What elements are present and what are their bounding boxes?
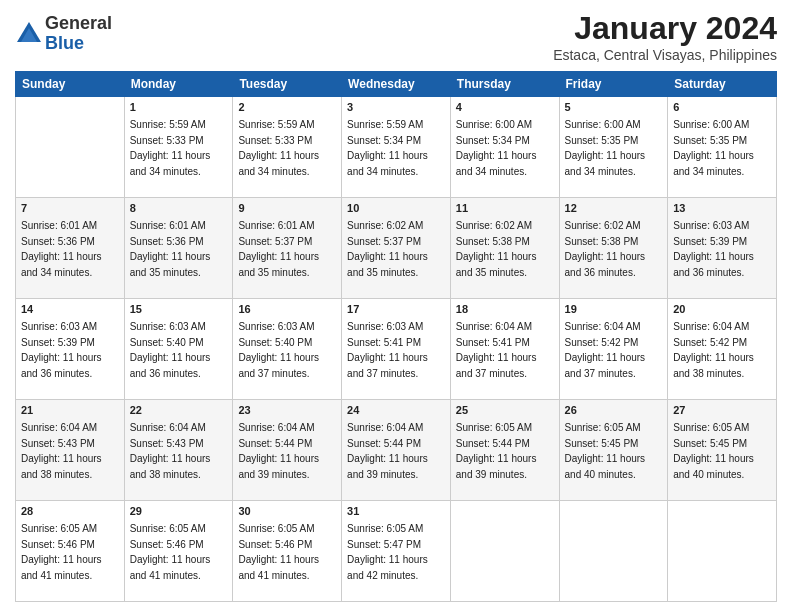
day-info: Sunrise: 6:04 AM Sunset: 5:44 PM Dayligh… — [347, 422, 428, 480]
day-info: Sunrise: 6:01 AM Sunset: 5:36 PM Dayligh… — [21, 220, 102, 278]
header-day-thursday: Thursday — [450, 72, 559, 97]
logo-blue: Blue — [45, 34, 112, 54]
cell-3-2: 15Sunrise: 6:03 AM Sunset: 5:40 PM Dayli… — [124, 299, 233, 400]
day-number: 31 — [347, 504, 445, 519]
day-number: 5 — [565, 100, 663, 115]
logo: General Blue — [15, 14, 112, 54]
page: General Blue January 2024 Estaca, Centra… — [0, 0, 792, 612]
day-number: 9 — [238, 201, 336, 216]
header-row: SundayMondayTuesdayWednesdayThursdayFrid… — [16, 72, 777, 97]
day-info: Sunrise: 6:02 AM Sunset: 5:38 PM Dayligh… — [456, 220, 537, 278]
day-info: Sunrise: 6:04 AM Sunset: 5:43 PM Dayligh… — [130, 422, 211, 480]
cell-3-4: 17Sunrise: 6:03 AM Sunset: 5:41 PM Dayli… — [342, 299, 451, 400]
cell-3-7: 20Sunrise: 6:04 AM Sunset: 5:42 PM Dayli… — [668, 299, 777, 400]
day-number: 17 — [347, 302, 445, 317]
day-number: 30 — [238, 504, 336, 519]
header-day-friday: Friday — [559, 72, 668, 97]
day-number: 1 — [130, 100, 228, 115]
cell-2-5: 11Sunrise: 6:02 AM Sunset: 5:38 PM Dayli… — [450, 198, 559, 299]
day-info: Sunrise: 6:02 AM Sunset: 5:37 PM Dayligh… — [347, 220, 428, 278]
header-day-wednesday: Wednesday — [342, 72, 451, 97]
day-info: Sunrise: 6:00 AM Sunset: 5:35 PM Dayligh… — [673, 119, 754, 177]
day-info: Sunrise: 6:03 AM Sunset: 5:40 PM Dayligh… — [238, 321, 319, 379]
week-row-5: 28Sunrise: 6:05 AM Sunset: 5:46 PM Dayli… — [16, 501, 777, 602]
day-info: Sunrise: 6:02 AM Sunset: 5:38 PM Dayligh… — [565, 220, 646, 278]
week-row-1: 1Sunrise: 5:59 AM Sunset: 5:33 PM Daylig… — [16, 97, 777, 198]
day-info: Sunrise: 6:05 AM Sunset: 5:45 PM Dayligh… — [565, 422, 646, 480]
subtitle: Estaca, Central Visayas, Philippines — [553, 47, 777, 63]
cell-2-1: 7Sunrise: 6:01 AM Sunset: 5:36 PM Daylig… — [16, 198, 125, 299]
day-number: 11 — [456, 201, 554, 216]
cell-5-3: 30Sunrise: 6:05 AM Sunset: 5:46 PM Dayli… — [233, 501, 342, 602]
cell-1-7: 6Sunrise: 6:00 AM Sunset: 5:35 PM Daylig… — [668, 97, 777, 198]
day-info: Sunrise: 6:04 AM Sunset: 5:43 PM Dayligh… — [21, 422, 102, 480]
day-number: 8 — [130, 201, 228, 216]
cell-2-2: 8Sunrise: 6:01 AM Sunset: 5:36 PM Daylig… — [124, 198, 233, 299]
cell-5-1: 28Sunrise: 6:05 AM Sunset: 5:46 PM Dayli… — [16, 501, 125, 602]
cell-4-4: 24Sunrise: 6:04 AM Sunset: 5:44 PM Dayli… — [342, 400, 451, 501]
cell-3-6: 19Sunrise: 6:04 AM Sunset: 5:42 PM Dayli… — [559, 299, 668, 400]
week-row-4: 21Sunrise: 6:04 AM Sunset: 5:43 PM Dayli… — [16, 400, 777, 501]
day-number: 29 — [130, 504, 228, 519]
cell-1-3: 2Sunrise: 5:59 AM Sunset: 5:33 PM Daylig… — [233, 97, 342, 198]
day-number: 13 — [673, 201, 771, 216]
day-info: Sunrise: 6:05 AM Sunset: 5:47 PM Dayligh… — [347, 523, 428, 581]
logo-icon — [15, 20, 43, 48]
cell-1-4: 3Sunrise: 5:59 AM Sunset: 5:34 PM Daylig… — [342, 97, 451, 198]
cell-5-6 — [559, 501, 668, 602]
day-number: 23 — [238, 403, 336, 418]
day-number: 24 — [347, 403, 445, 418]
day-info: Sunrise: 6:04 AM Sunset: 5:44 PM Dayligh… — [238, 422, 319, 480]
cell-3-1: 14Sunrise: 6:03 AM Sunset: 5:39 PM Dayli… — [16, 299, 125, 400]
day-number: 2 — [238, 100, 336, 115]
day-number: 6 — [673, 100, 771, 115]
cell-4-1: 21Sunrise: 6:04 AM Sunset: 5:43 PM Dayli… — [16, 400, 125, 501]
cell-5-2: 29Sunrise: 6:05 AM Sunset: 5:46 PM Dayli… — [124, 501, 233, 602]
day-info: Sunrise: 6:05 AM Sunset: 5:45 PM Dayligh… — [673, 422, 754, 480]
logo-general: General — [45, 14, 112, 34]
cell-4-5: 25Sunrise: 6:05 AM Sunset: 5:44 PM Dayli… — [450, 400, 559, 501]
day-info: Sunrise: 6:03 AM Sunset: 5:41 PM Dayligh… — [347, 321, 428, 379]
cell-2-4: 10Sunrise: 6:02 AM Sunset: 5:37 PM Dayli… — [342, 198, 451, 299]
day-number: 10 — [347, 201, 445, 216]
calendar-table: SundayMondayTuesdayWednesdayThursdayFrid… — [15, 71, 777, 602]
day-info: Sunrise: 6:00 AM Sunset: 5:35 PM Dayligh… — [565, 119, 646, 177]
cell-4-7: 27Sunrise: 6:05 AM Sunset: 5:45 PM Dayli… — [668, 400, 777, 501]
day-info: Sunrise: 6:03 AM Sunset: 5:39 PM Dayligh… — [673, 220, 754, 278]
cell-1-5: 4Sunrise: 6:00 AM Sunset: 5:34 PM Daylig… — [450, 97, 559, 198]
day-number: 26 — [565, 403, 663, 418]
day-number: 20 — [673, 302, 771, 317]
cell-3-3: 16Sunrise: 6:03 AM Sunset: 5:40 PM Dayli… — [233, 299, 342, 400]
header-day-tuesday: Tuesday — [233, 72, 342, 97]
day-info: Sunrise: 6:03 AM Sunset: 5:40 PM Dayligh… — [130, 321, 211, 379]
day-info: Sunrise: 6:04 AM Sunset: 5:41 PM Dayligh… — [456, 321, 537, 379]
day-number: 21 — [21, 403, 119, 418]
day-info: Sunrise: 6:05 AM Sunset: 5:44 PM Dayligh… — [456, 422, 537, 480]
cell-3-5: 18Sunrise: 6:04 AM Sunset: 5:41 PM Dayli… — [450, 299, 559, 400]
cell-1-1 — [16, 97, 125, 198]
cell-5-4: 31Sunrise: 6:05 AM Sunset: 5:47 PM Dayli… — [342, 501, 451, 602]
day-number: 16 — [238, 302, 336, 317]
day-info: Sunrise: 5:59 AM Sunset: 5:33 PM Dayligh… — [238, 119, 319, 177]
day-number: 25 — [456, 403, 554, 418]
cell-2-3: 9Sunrise: 6:01 AM Sunset: 5:37 PM Daylig… — [233, 198, 342, 299]
week-row-2: 7Sunrise: 6:01 AM Sunset: 5:36 PM Daylig… — [16, 198, 777, 299]
week-row-3: 14Sunrise: 6:03 AM Sunset: 5:39 PM Dayli… — [16, 299, 777, 400]
day-info: Sunrise: 6:01 AM Sunset: 5:36 PM Dayligh… — [130, 220, 211, 278]
day-number: 12 — [565, 201, 663, 216]
day-number: 19 — [565, 302, 663, 317]
day-info: Sunrise: 6:05 AM Sunset: 5:46 PM Dayligh… — [238, 523, 319, 581]
cell-2-6: 12Sunrise: 6:02 AM Sunset: 5:38 PM Dayli… — [559, 198, 668, 299]
logo-text: General Blue — [45, 14, 112, 54]
cell-5-5 — [450, 501, 559, 602]
day-info: Sunrise: 6:01 AM Sunset: 5:37 PM Dayligh… — [238, 220, 319, 278]
header-day-saturday: Saturday — [668, 72, 777, 97]
day-number: 27 — [673, 403, 771, 418]
title-block: January 2024 Estaca, Central Visayas, Ph… — [553, 10, 777, 63]
header: General Blue January 2024 Estaca, Centra… — [15, 10, 777, 63]
day-number: 4 — [456, 100, 554, 115]
day-number: 7 — [21, 201, 119, 216]
day-info: Sunrise: 5:59 AM Sunset: 5:33 PM Dayligh… — [130, 119, 211, 177]
header-day-monday: Monday — [124, 72, 233, 97]
day-info: Sunrise: 6:04 AM Sunset: 5:42 PM Dayligh… — [565, 321, 646, 379]
